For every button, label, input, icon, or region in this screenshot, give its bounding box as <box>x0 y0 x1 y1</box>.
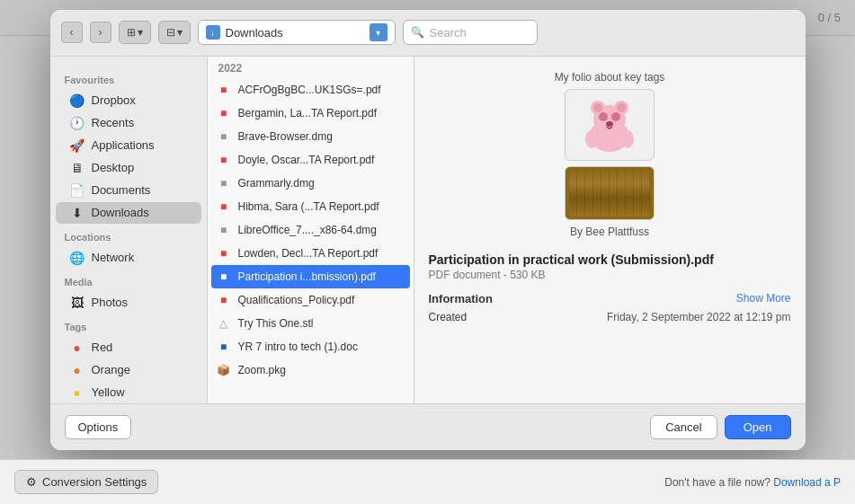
conversion-settings-label: Conversion Settings <box>42 475 147 489</box>
network-icon: 🌐 <box>70 251 85 265</box>
file-name: YR 7 intro to tech (1).doc <box>238 340 358 353</box>
recents-icon: 🕐 <box>70 116 85 130</box>
stl-icon: △ <box>217 316 231 331</box>
preview-thumbnail-bear <box>565 89 655 161</box>
locations-label: Locations <box>50 225 207 246</box>
sidebar-item-label: Photos <box>92 296 128 309</box>
bottom-right-text: Don't have a file now? Download a P <box>664 476 841 489</box>
pdf-icon: ■ <box>217 246 231 261</box>
svg-point-8 <box>611 112 620 121</box>
pdf-icon: ■ <box>217 153 231 167</box>
doc-icon: ■ <box>217 340 231 354</box>
location-bar[interactable]: ↓ Downloads ▾ <box>198 20 396 45</box>
created-value: Friday, 2 September 2022 at 12:19 pm <box>607 311 791 323</box>
view-toggle-button[interactable]: ⊞ ▾ <box>119 21 151 44</box>
sidebar-item-network[interactable]: 🌐 Network <box>56 247 201 269</box>
forward-button[interactable]: › <box>90 22 111 43</box>
file-name: Hibma, Sara (...TA Report.pdf <box>238 200 379 213</box>
sidebar-item-dropbox[interactable]: 🔵 Dropbox <box>56 90 201 111</box>
file-item[interactable]: ■ Lowden, Decl...TA Report.pdf <box>208 242 414 265</box>
tag-red-icon: ● <box>70 340 85 355</box>
bottom-bar: ⚙ Conversion Settings Don't have a file … <box>0 459 855 504</box>
download-link[interactable]: Download a P <box>773 476 841 489</box>
sidebar-item-tag-red[interactable]: ● Red <box>56 337 201 358</box>
info-row-created: Created Friday, 2 September 2022 at 12:1… <box>429 311 791 323</box>
file-item[interactable]: ■ Grammarly.dmg <box>208 172 414 195</box>
file-item[interactable]: ■ Doyle, Oscar...TA Report.pdf <box>208 148 414 172</box>
pdf-icon: ■ <box>217 83 231 97</box>
file-list: 2022 ■ ACFrOgBgBC...UK1SGs=.pdf ■ Bergam… <box>208 57 414 403</box>
tag-yellow-icon: ● <box>70 385 85 400</box>
sidebar-item-label: Dropbox <box>92 93 136 107</box>
file-name: ACFrOgBgBC...UK1SGs=.pdf <box>238 84 381 96</box>
sidebar-item-label: Red <box>92 340 113 354</box>
options-button[interactable]: Options <box>65 415 132 439</box>
file-item[interactable]: △ Try This One.stl <box>208 312 414 335</box>
file-item[interactable]: ■ Brave-Browser.dmg <box>208 125 414 148</box>
open-button[interactable]: Open <box>725 415 791 439</box>
sidebar-item-label: Applications <box>92 138 155 152</box>
file-name: Lowden, Decl...TA Report.pdf <box>238 247 379 260</box>
favourites-label: Favourites <box>50 67 207 89</box>
desktop-icon: 🖥 <box>70 161 85 175</box>
file-dialog: ‹ › ⊞ ▾ ⊟ ▾ ↓ Downloads ▾ 🔍 Search <box>50 10 806 450</box>
documents-icon: 📄 <box>70 183 85 198</box>
sidebar-item-label: Orange <box>92 363 130 376</box>
file-name: Qualifications_Policy.pdf <box>238 294 355 306</box>
search-placeholder: Search <box>430 26 467 40</box>
file-name: Zoom.pkg <box>238 364 286 376</box>
dmg-icon: ■ <box>217 176 231 190</box>
file-item[interactable]: ■ LibreOffice_7...._x86-64.dmg <box>208 218 414 242</box>
file-name: Doyle, Oscar...TA Report.pdf <box>238 154 375 166</box>
cancel-button[interactable]: Cancel <box>650 415 717 439</box>
no-file-text: Don't have a file now? <box>664 476 770 489</box>
footer-right: Cancel Open <box>650 415 790 439</box>
file-item[interactable]: ■ Hibma, Sara (...TA Report.pdf <box>208 195 414 218</box>
downloads-icon: ⬇ <box>70 206 85 220</box>
view-icon: ⊞ <box>127 26 136 39</box>
svg-point-7 <box>599 112 608 121</box>
sidebar-item-tag-orange[interactable]: ● Orange <box>56 359 201 381</box>
tags-label: Tags <box>50 314 207 336</box>
conversion-settings-button[interactable]: ⚙ Conversion Settings <box>14 470 158 494</box>
tag-orange-icon: ● <box>70 363 85 377</box>
back-button[interactable]: ‹ <box>61 22 83 43</box>
file-name: LibreOffice_7...._x86-64.dmg <box>238 224 378 236</box>
created-label: Created <box>429 311 468 323</box>
sidebar-item-desktop[interactable]: 🖥 Desktop <box>56 157 201 179</box>
svg-point-6 <box>617 103 626 112</box>
preview-caption-bottom: By Bee Plattfuss <box>570 225 649 238</box>
sidebar-item-applications[interactable]: 🚀 Applications <box>56 135 201 156</box>
svg-point-11 <box>621 130 634 148</box>
file-name: Brave-Browser.dmg <box>238 130 333 143</box>
sidebar-item-tag-yellow[interactable]: ● Yellow <box>56 382 201 403</box>
grid-toggle-button[interactable]: ⊟ ▾ <box>158 21 191 44</box>
pdf-icon: ■ <box>217 106 231 120</box>
location-folder-icon: ↓ <box>206 25 220 40</box>
svg-point-10 <box>585 130 598 148</box>
applications-icon: 🚀 <box>70 138 85 153</box>
preview-file-title: Participation in practical work (Submiss… <box>429 252 791 267</box>
sidebar-item-label: Yellow <box>92 385 125 399</box>
sidebar-item-documents[interactable]: 📄 Documents <box>56 180 201 201</box>
photos-icon: 🖼 <box>70 296 85 310</box>
file-item[interactable]: ■ Bergamin, La...TA Report.pdf <box>208 102 414 125</box>
file-item-selected[interactable]: ■ Participation i...bmission).pdf <box>211 265 410 288</box>
location-name: Downloads <box>226 26 364 40</box>
file-item[interactable]: ■ YR 7 intro to tech (1).doc <box>208 335 414 358</box>
dmg-icon: ■ <box>217 223 231 237</box>
information-label: Information <box>429 292 494 305</box>
grid-chevron-icon: ▾ <box>177 26 183 39</box>
sidebar-item-downloads[interactable]: ⬇ Downloads <box>56 202 201 224</box>
sidebar-item-recents[interactable]: 🕐 Recents <box>56 112 201 134</box>
file-item[interactable]: ■ ACFrOgBgBC...UK1SGs=.pdf <box>208 78 414 102</box>
file-year-header: 2022 <box>208 57 414 78</box>
file-item[interactable]: ■ Qualifications_Policy.pdf <box>208 288 414 312</box>
sidebar-item-label: Desktop <box>92 161 135 174</box>
file-item[interactable]: 📦 Zoom.pkg <box>208 358 414 382</box>
search-bar[interactable]: 🔍 Search <box>403 20 538 45</box>
show-more-button[interactable]: Show More <box>736 292 791 305</box>
sidebar-item-photos[interactable]: 🖼 Photos <box>56 292 201 314</box>
svg-point-9 <box>606 121 613 127</box>
sidebar-item-label: Downloads <box>92 206 149 219</box>
